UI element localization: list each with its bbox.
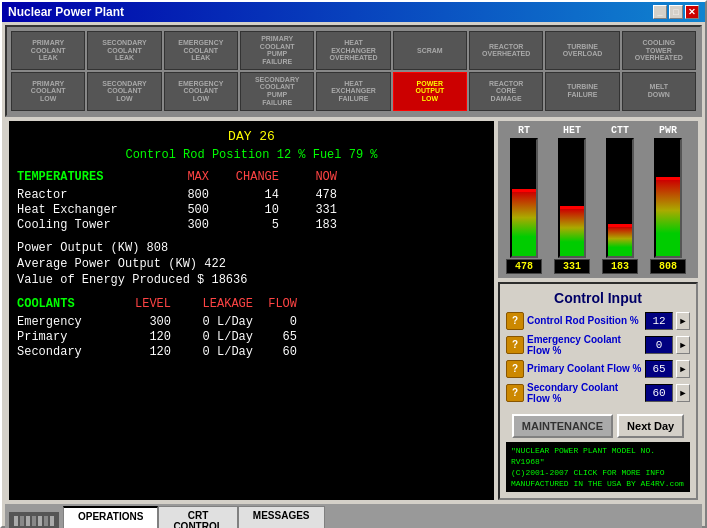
gauge-value-1: 331	[554, 259, 590, 274]
gauge-label-1: HET	[563, 125, 581, 136]
col-change-header: CHANGE	[217, 170, 287, 186]
avg-power: Average Power Output (KW) 422	[17, 257, 486, 271]
alert-btn-9[interactable]: PRIMARY COOLANT LOW	[11, 72, 85, 111]
alert-btn-8[interactable]: COOLING TOWER OVERHEATED	[622, 31, 696, 70]
control-arrow-3[interactable]: ►	[676, 384, 690, 402]
temp-row-2: Cooling Tower 300 5 183	[17, 218, 486, 232]
tab-btn-0[interactable]: OPERATIONS	[63, 506, 158, 528]
control-arrow-0[interactable]: ►	[676, 312, 690, 330]
coolant-row-2: Secondary 120 0 L/Day 60	[17, 345, 486, 359]
alert-btn-11[interactable]: EMERGENCY COOLANT LOW	[164, 72, 238, 111]
alert-btn-6[interactable]: REACTOR OVERHEATED	[469, 31, 543, 70]
gauge-label-3: PWR	[659, 125, 677, 136]
gauge-bar-2	[606, 138, 634, 258]
footer-line3: MANUFACTURED IN THE USA BY AE4RV.com	[511, 478, 685, 489]
bottom-indicator	[9, 512, 59, 528]
temp-max-2: 300	[157, 218, 217, 232]
temp-now-1: 331	[287, 203, 337, 217]
window-controls: _ □ ✕	[653, 5, 699, 19]
alert-btn-5[interactable]: SCRAM	[393, 31, 467, 70]
coolant-name-1: Primary	[17, 330, 127, 344]
col-flow-header: FLOW	[257, 297, 297, 313]
col-max-header: MAX	[157, 170, 217, 186]
alert-btn-13[interactable]: HEAT EXCHANGER FAILURE	[316, 72, 390, 111]
gauge-col-ctt: CTT 183	[598, 125, 642, 274]
alert-btn-17[interactable]: MELT DOWN	[622, 72, 696, 111]
temp-max-1: 500	[157, 203, 217, 217]
temp-name-1: Heat Exchanger	[17, 203, 157, 217]
alert-btn-15[interactable]: REACTOR CORE DAMAGE	[469, 72, 543, 111]
gauge-bar-3	[654, 138, 682, 258]
alert-btn-12[interactable]: SECONDARY COOLANT PUMP FAILURE	[240, 72, 314, 111]
close-button[interactable]: ✕	[685, 5, 699, 19]
next-day-button[interactable]: Next Day	[617, 414, 684, 438]
col-now-header: NOW	[287, 170, 337, 186]
coolant-level-0: 300	[127, 315, 177, 329]
gauge-col-het: HET 331	[550, 125, 594, 274]
control-row-0: ? Control Rod Position % ►	[506, 312, 690, 330]
maximize-button[interactable]: □	[669, 5, 683, 19]
coolant-level-2: 120	[127, 345, 177, 359]
title-bar: Nuclear Power Plant _ □ ✕	[2, 2, 705, 22]
gauge-label-0: RT	[518, 125, 530, 136]
minimize-button[interactable]: _	[653, 5, 667, 19]
gauge-value-0: 478	[506, 259, 542, 274]
temps-header: TEMPERATURES	[17, 170, 157, 184]
coolant-leak-1: 0 L/Day	[177, 330, 257, 344]
help-btn-3[interactable]: ?	[506, 384, 524, 402]
main-window: Nuclear Power Plant _ □ ✕ PRIMARY COOLAN…	[0, 0, 707, 528]
rod-fuel-display: Control Rod Position 12 % Fuel 79 %	[17, 148, 486, 162]
temp-change-1: 10	[217, 203, 287, 217]
footer-line1: "NUCLEAR POWER PLANT MODEL NO. RV1968"	[511, 445, 685, 467]
control-arrow-2[interactable]: ►	[676, 360, 690, 378]
control-label-3: Secondary Coolant Flow %	[527, 382, 642, 404]
coolant-flow-2: 60	[257, 345, 297, 359]
control-input-2[interactable]	[645, 360, 673, 378]
temp-max-0: 800	[157, 188, 217, 202]
alert-btn-16[interactable]: TURBINE FAILURE	[545, 72, 619, 111]
alert-btn-2[interactable]: EMERGENCY COOLANT LEAK	[164, 31, 238, 70]
temp-name-2: Cooling Tower	[17, 218, 157, 232]
gauge-bar-1	[558, 138, 586, 258]
control-input-3[interactable]	[645, 384, 673, 402]
control-title: Control Input	[506, 290, 690, 306]
tab-btn-1[interactable]: CRT CONTROL	[158, 506, 237, 528]
help-btn-0[interactable]: ?	[506, 312, 524, 330]
col-level-header: LEVEL	[127, 297, 177, 313]
maintenance-button[interactable]: MAINTENANCE	[512, 414, 613, 438]
temp-name-0: Reactor	[17, 188, 157, 202]
coolant-leak-0: 0 L/Day	[177, 315, 257, 329]
day-display: DAY 26	[17, 129, 486, 144]
value-energy: Value of Energy Produced $ 18636	[17, 273, 486, 287]
footer-line2: (C)2001-2007 CLICK FOR MORE INFO	[511, 467, 685, 478]
coolant-row-1: Primary 120 0 L/Day 65	[17, 330, 486, 344]
control-label-2: Primary Coolant Flow %	[527, 363, 642, 374]
tab-btn-2[interactable]: MESSAGES	[238, 506, 325, 528]
coolant-flow-0: 0	[257, 315, 297, 329]
alert-btn-0[interactable]: PRIMARY COOLANT LEAK	[11, 31, 85, 70]
control-row-2: ? Primary Coolant Flow % ►	[506, 360, 690, 378]
alert-btn-7[interactable]: TURBINE OVERLOAD	[545, 31, 619, 70]
temp-now-0: 478	[287, 188, 337, 202]
gauge-col-rt: RT 478	[502, 125, 546, 274]
gauge-value-3: 808	[650, 259, 686, 274]
help-btn-2[interactable]: ?	[506, 360, 524, 378]
alert-btn-14[interactable]: POWER OUTPUT LOW	[393, 72, 467, 111]
control-arrow-1[interactable]: ►	[676, 336, 690, 354]
help-btn-1[interactable]: ?	[506, 336, 524, 354]
action-buttons: MAINTENANCE Next Day	[506, 408, 690, 438]
control-label-1: Emergency Coolant Flow %	[527, 334, 642, 356]
control-input-0[interactable]	[645, 312, 673, 330]
alert-btn-1[interactable]: SECONDARY COOLANT LEAK	[87, 31, 161, 70]
footer-info: "NUCLEAR POWER PLANT MODEL NO. RV1968" (…	[506, 442, 690, 493]
alert-btn-10[interactable]: SECONDARY COOLANT LOW	[87, 72, 161, 111]
temp-row-1: Heat Exchanger 500 10 331	[17, 203, 486, 217]
window-title: Nuclear Power Plant	[8, 5, 124, 19]
coolant-name-2: Secondary	[17, 345, 127, 359]
alert-btn-3[interactable]: PRIMARY COOLANT PUMP FAILURE	[240, 31, 314, 70]
temp-change-2: 5	[217, 218, 287, 232]
alert-btn-4[interactable]: HEAT EXCHANGER OVERHEATED	[316, 31, 390, 70]
col-leakage-header: LEAKAGE	[177, 297, 257, 313]
coolant-name-0: Emergency	[17, 315, 127, 329]
control-input-1[interactable]	[645, 336, 673, 354]
